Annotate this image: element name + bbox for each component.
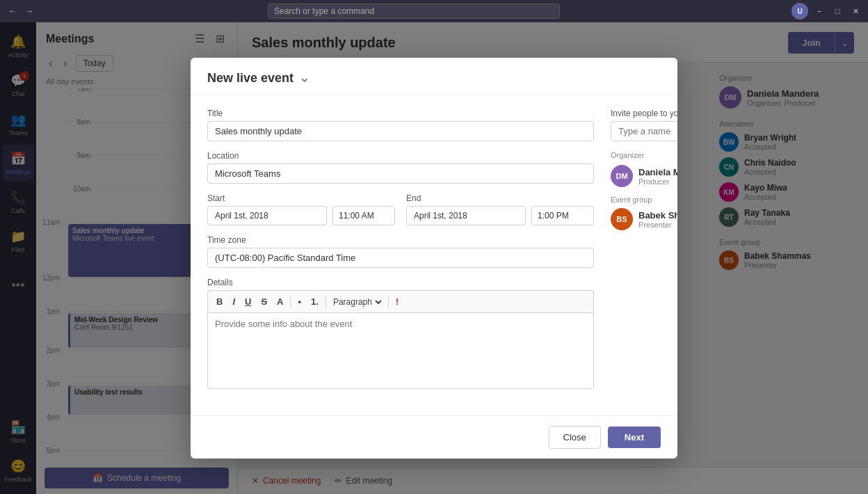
start-label: Start: [207, 193, 395, 203]
search-text: Search or type a command: [274, 6, 374, 16]
timezone-label: Time zone: [207, 235, 594, 245]
user-avatar[interactable]: U: [791, 3, 808, 19]
toolbar-sep-2: [326, 296, 326, 308]
modal-presenter-row: BS Babek Shammas Presenter: [611, 208, 677, 230]
title-input[interactable]: [207, 121, 594, 141]
modal-body: Title Location Start: [191, 95, 677, 415]
modal-organizer-row: DM Daniela Mandera Producer: [611, 165, 677, 187]
timezone-group: Time zone: [207, 235, 594, 268]
details-toolbar: B I U S A • 1. Paragraph: [207, 290, 594, 312]
end-field: End: [406, 193, 594, 225]
close-button[interactable]: ✕: [849, 4, 862, 18]
modal-header: New live event ⌄: [191, 58, 677, 95]
end-time-input[interactable]: [531, 206, 594, 225]
modal-organizer-label: Organizer: [611, 151, 677, 159]
modal-presenter-role: Presenter: [638, 221, 677, 229]
modal-event-group-label: Event group: [611, 196, 677, 204]
details-group: Details B I U S A • 1.: [207, 278, 594, 392]
modal-organizer-info: Daniela Mandera Producer: [638, 167, 677, 186]
title-bar-right: U − □ ✕: [791, 3, 862, 19]
next-btn[interactable]: Next: [608, 427, 661, 448]
bullet-btn[interactable]: •: [295, 295, 304, 308]
font-color-btn[interactable]: A: [274, 295, 286, 308]
bold-btn[interactable]: B: [214, 295, 225, 308]
modal-title: New live event ⌄: [207, 70, 310, 86]
important-btn[interactable]: !: [393, 295, 401, 308]
back-button[interactable]: ←: [6, 4, 19, 18]
start-group: Start End: [207, 193, 594, 225]
modal-presenter-name: Babek Shammas: [638, 210, 677, 221]
numbered-btn[interactable]: 1.: [308, 295, 321, 308]
collapse-icon[interactable]: ⌄: [299, 70, 310, 86]
modal-overlay: New live event ⌄ Title Location: [0, 22, 868, 494]
search-bar[interactable]: Search or type a command: [268, 3, 560, 19]
close-modal-btn[interactable]: Close: [549, 426, 601, 449]
end-label: End: [406, 193, 594, 203]
start-time-input[interactable]: [332, 206, 395, 225]
modal-presenter-info: Babek Shammas Presenter: [638, 210, 677, 229]
minimize-button[interactable]: −: [812, 4, 826, 18]
start-date-input[interactable]: [207, 206, 327, 225]
modal-organizer-avatar: DM: [611, 165, 633, 187]
modal-organizer-role: Producer: [638, 177, 677, 186]
details-textarea[interactable]: [207, 312, 594, 389]
modal-left: Title Location Start: [207, 109, 594, 401]
maximize-button[interactable]: □: [830, 4, 844, 18]
modal-organizer-name: Daniela Mandera: [638, 167, 677, 177]
toolbar-sep-1: [290, 296, 291, 308]
title-label: Title: [207, 109, 594, 118]
title-group: Title: [207, 109, 594, 141]
app-window: ← → Search or type a command U − □ ✕ 🔔 A…: [0, 0, 868, 494]
modal-two-col: Title Location Start: [207, 109, 661, 401]
invite-input[interactable]: [611, 121, 677, 141]
modal-presenter-avatar: BS: [611, 208, 633, 230]
location-label: Location: [207, 151, 594, 161]
modal-right: Invite people to your event group Organi…: [611, 109, 677, 401]
start-field: Start: [207, 193, 395, 225]
invite-label: Invite people to your event group: [611, 109, 677, 118]
title-bar: ← → Search or type a command U − □ ✕: [0, 0, 868, 22]
timezone-input[interactable]: [207, 248, 594, 268]
location-input[interactable]: [207, 164, 594, 184]
details-label: Details: [207, 278, 594, 287]
strikethrough-btn[interactable]: S: [258, 295, 270, 308]
toolbar-sep-3: [388, 296, 389, 308]
title-bar-left: ← →: [6, 4, 36, 18]
end-date-input[interactable]: [406, 206, 526, 225]
forward-button[interactable]: →: [22, 4, 36, 18]
modal-title-text: New live event: [207, 71, 294, 86]
end-date-time: [406, 206, 594, 225]
paragraph-select[interactable]: Paragraph: [330, 296, 384, 308]
title-bar-nav: ← →: [6, 4, 36, 18]
modal-footer: Close Next: [191, 415, 677, 459]
italic-btn[interactable]: I: [230, 295, 238, 308]
start-date-time: [207, 206, 395, 225]
location-group: Location: [207, 151, 594, 184]
new-live-event-modal: New live event ⌄ Title Location: [191, 58, 677, 459]
invite-group: Invite people to your event group: [611, 109, 677, 141]
underline-btn[interactable]: U: [242, 295, 254, 308]
start-end-row: Start End: [207, 193, 594, 225]
